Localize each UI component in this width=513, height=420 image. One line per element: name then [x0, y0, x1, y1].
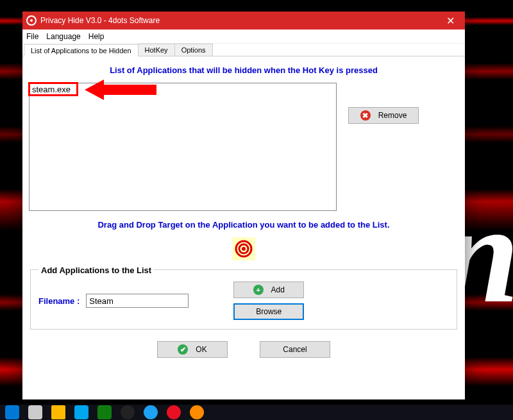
add-button[interactable]: + Add [233, 281, 304, 298]
taskbar-explorer-icon[interactable] [51, 405, 65, 419]
target-icon [235, 240, 253, 258]
add-icon: + [253, 285, 264, 295]
ok-label: OK [196, 345, 206, 354]
menu-file[interactable]: File [26, 32, 38, 41]
taskbar[interactable] [0, 405, 513, 420]
app-icon [26, 15, 37, 26]
menu-language[interactable]: Language [46, 32, 80, 41]
remove-button[interactable]: ✖ Remove [348, 107, 419, 124]
drag-heading: Drag and Drop Target on the Application … [29, 220, 458, 230]
taskbar-app-icon[interactable] [74, 405, 88, 419]
app-window: Privacy Hide V3.0 - 4dots Software ✕ Fil… [22, 12, 465, 399]
add-group-legend: Add Applications to the List [38, 265, 154, 275]
browse-label: Browse [256, 307, 282, 316]
cancel-label: Cancel [283, 345, 307, 354]
menu-bar: File Language Help [22, 29, 465, 44]
filename-label: Filename : [38, 296, 80, 306]
title-bar[interactable]: Privacy Hide V3.0 - 4dots Software ✕ [22, 12, 465, 29]
taskbar-app-icon[interactable] [121, 405, 135, 419]
filename-input[interactable] [86, 294, 189, 308]
tab-strip: List of Applications to be Hidden HotKey… [22, 44, 465, 56]
ok-button[interactable]: ✔ OK [157, 341, 228, 358]
taskbar-app-icon[interactable] [144, 405, 158, 419]
taskbar-app-icon[interactable] [167, 405, 181, 419]
svg-point-3 [242, 247, 246, 251]
tab-list-apps[interactable]: List of Applications to be Hidden [24, 44, 139, 56]
tab-hotkey[interactable]: HotKey [138, 44, 175, 56]
ok-icon: ✔ [178, 344, 188, 355]
list-item[interactable]: steam.exe [31, 85, 335, 94]
taskbar-search-icon[interactable] [28, 405, 42, 419]
add-label: Add [271, 285, 285, 294]
list-heading: List of Applications that will be hidden… [29, 65, 458, 75]
dialog-buttons: ✔ OK Cancel [29, 341, 458, 358]
window-title: Privacy Hide V3.0 - 4dots Software [40, 16, 160, 25]
menu-help[interactable]: Help [88, 32, 105, 41]
browse-button[interactable]: Browse [233, 303, 304, 320]
tab-content: List of Applications that will be hidden… [22, 56, 465, 363]
close-button[interactable]: ✕ [436, 12, 465, 29]
remove-label: Remove [378, 111, 407, 120]
add-applications-group: Add Applications to the List Filename : … [30, 269, 457, 330]
cancel-button[interactable]: Cancel [260, 341, 330, 358]
applications-listbox[interactable]: steam.exe [29, 83, 337, 211]
remove-icon: ✖ [360, 110, 371, 121]
taskbar-start-icon[interactable] [5, 405, 19, 419]
taskbar-app-icon[interactable] [97, 405, 112, 419]
tab-options[interactable]: Options [174, 44, 213, 56]
drag-target[interactable] [232, 237, 255, 260]
taskbar-app-icon[interactable] [190, 405, 204, 419]
